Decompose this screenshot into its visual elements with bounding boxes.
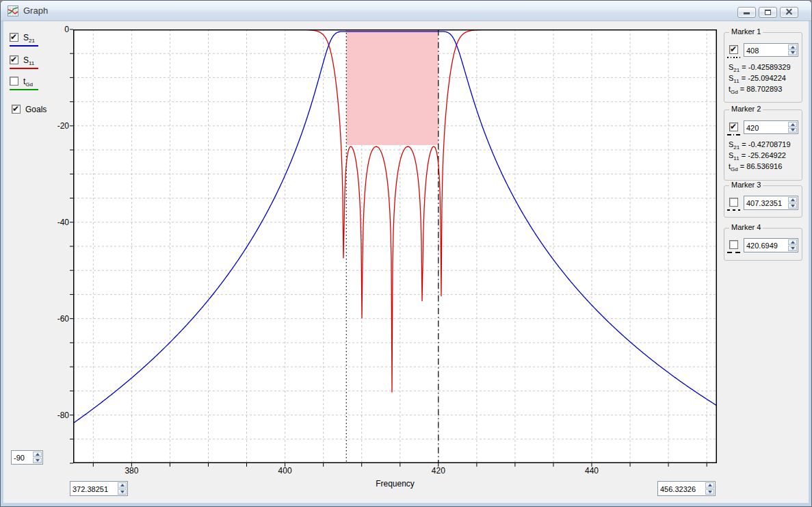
y-min-field [11,450,43,465]
x-min-spin-up[interactable] [118,482,127,489]
graph-icon [8,5,18,16]
goal-region [346,29,438,145]
marker4-checkbox[interactable] [729,240,738,249]
x-max-spin-down[interactable] [705,489,714,495]
up-arrow-icon [708,484,712,486]
legend-s21-trace-swatch [10,45,38,47]
y-min-input[interactable] [12,451,31,464]
legend-goals-checkbox[interactable] [12,105,21,114]
y-tick-label: -60 [31,314,69,324]
marker4-spin-up[interactable] [788,239,797,245]
marker1-groupbox: Marker 1 S21 = -0.42589329 S11 = -25.094… [724,32,802,103]
legend-goals-label: Goals [25,105,47,114]
marker2-s21-readout: S21 = -0.42708719 [729,140,791,151]
x-max-spin-up[interactable] [705,482,714,489]
marker2-value-input[interactable] [744,122,787,134]
down-arrow-icon [791,51,795,54]
restore-icon [765,10,771,15]
marker2-title: Marker 2 [729,105,763,113]
marker3-spin-down[interactable] [788,203,797,209]
marker2-spin-up[interactable] [788,122,797,127]
marker1-spin-up[interactable] [788,44,797,50]
minimize-icon [744,12,750,14]
marker2-spin-down[interactable] [788,128,797,133]
marker4-linestyle-swatch [727,252,740,253]
up-arrow-icon [120,484,125,486]
x-max-field [657,481,716,496]
marker2-linestyle-swatch [727,134,740,135]
down-arrow-icon [36,459,40,462]
x-min-field [70,481,128,496]
x-min-spin-down[interactable] [118,489,127,495]
marker2-s11-readout: S11 = -25.264922 [729,151,786,161]
marker4-value-field [744,238,798,252]
close-icon [785,8,793,15]
x-tick-label: 440 [585,466,599,476]
marker1-s21-readout: S21 = -0.42589329 [729,63,791,73]
up-arrow-icon [791,123,795,126]
marker1-title: Marker 1 [729,27,763,36]
x-axis-label: Frequency [73,479,717,489]
minimize-button[interactable] [737,7,756,18]
marker1-linestyle-swatch [727,57,740,58]
y-tick-label: 0 [31,25,69,34]
marker2-checkbox[interactable] [729,122,738,131]
up-arrow-icon [791,46,795,49]
marker1-tgd-readout: tGd = 88.702893 [729,85,782,95]
marker3-value-input[interactable] [744,196,787,209]
down-arrow-icon [791,205,795,207]
y-min-spin-down[interactable] [33,458,42,463]
up-arrow-icon [36,453,40,456]
marker3-value-field [744,196,798,210]
marker1-spin-down[interactable] [788,51,797,56]
legend-s21-checkbox[interactable] [10,33,18,42]
marker3-linestyle-swatch [727,209,740,211]
up-arrow-icon [791,241,795,244]
restore-button[interactable] [759,7,777,18]
y-tick-label: -40 [31,218,69,227]
marker4-groupbox: Marker 4 [724,228,802,261]
marker4-title: Marker 4 [729,223,763,231]
legend-s21-label: S21 [23,33,35,44]
down-arrow-icon [791,129,795,131]
titlebar[interactable]: Graph [1,1,811,21]
marker4-value-input[interactable] [744,239,787,252]
window-title: Graph [23,5,48,16]
marker1-checkbox[interactable] [729,45,738,54]
legend-tgd-checkbox[interactable] [10,77,18,86]
marker3-title: Marker 3 [729,181,763,189]
marker3-checkbox[interactable] [729,198,738,207]
down-arrow-icon [708,491,712,493]
marker1-value-field [744,43,798,57]
x-tick-label: 400 [278,466,292,476]
legend-s11-trace-swatch [10,68,38,69]
y-min-spin-up[interactable] [33,452,42,457]
graph-window: Graph S21 S11 tGd Goals 3804004204400-20… [0,0,812,507]
legend-s11-label: S11 [23,55,34,66]
plot-area[interactable] [73,29,717,463]
x-tick-label: 380 [125,466,138,476]
y-tick-label: -20 [31,121,69,131]
marker2-groupbox: Marker 2 S21 = -0.42708719 S11 = -25.264… [724,109,802,181]
marker1-value-input[interactable] [744,44,787,57]
x-max-input[interactable] [658,482,704,495]
marker2-value-field [744,120,798,134]
down-arrow-icon [791,247,795,250]
legend-tgd-label: tGd [23,77,33,88]
marker3-groupbox: Marker 3 [724,185,802,218]
marker3-spin-up[interactable] [788,197,797,203]
x-min-input[interactable] [70,482,116,495]
client-area: S21 S11 tGd Goals 3804004204400-20-40-60… [3,21,809,503]
marker1-s11-readout: S11 = -25.094224 [729,74,786,84]
legend-tgd-trace-swatch [10,89,38,90]
legend-s11-checkbox[interactable] [10,55,18,64]
close-button[interactable] [780,7,798,18]
down-arrow-icon [120,491,125,493]
marker4-spin-down[interactable] [788,246,797,251]
x-tick-label: 420 [432,466,445,476]
y-tick-label: -80 [31,411,69,420]
marker2-tgd-readout: tGd = 86.536916 [729,162,782,172]
up-arrow-icon [791,198,795,201]
